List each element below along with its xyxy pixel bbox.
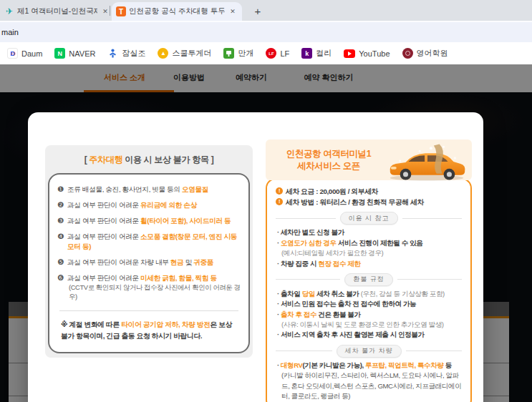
bookmark-label: 잠실조 <box>122 48 145 59</box>
close-icon[interactable]: ✕ <box>228 6 238 16</box>
page-content: 서비스 소개 이용방법 예약하기 예약 확인하기 [ 주차대행 이용 시 보상 … <box>0 64 532 402</box>
carwash-notice-modal: [ 주차대행 이용 시 보상 불가 항목 ] ❶ 조류 배설물, 송진, 황사먼… <box>28 112 483 402</box>
circled-number-icon: ❺ <box>57 258 64 268</box>
bookmark-label: Daum <box>21 49 42 58</box>
notice-subline: (예시:디테일링 세차가 필요한 경우) <box>276 248 462 258</box>
bookmark-label: 만개 <box>238 48 253 59</box>
list-item: ❸ 과실 여부 판단이 어려운 휠(타이어 포함), 사이드미러 등 <box>57 216 241 226</box>
bookmark-label: NAVER <box>69 49 95 58</box>
bookmark-label: 스쿨투게더 <box>172 48 211 59</box>
notice-subline: (카니발 하이리무진, 스타리아, 렉서스LM, 도요타 시에나, 알파드, 혼… <box>276 371 462 401</box>
list-item: ❹ 과실 여부 판단이 어려운 소모품 결함(창문 모터, 엔진 시동 모터 등… <box>57 232 241 252</box>
notice-subline: (사유: 이동시 날씨 및 도로 환경으로 인한 추가오염 발생) <box>276 320 462 330</box>
list-item: ❷ 과실 여부 판단이 어려운 유리금에 의한 손상 <box>57 200 241 210</box>
tab-title: 인천공항 공식 주차대행 투두발 <box>129 6 225 16</box>
new-tab-button[interactable]: + <box>249 3 266 20</box>
no-compensation-list: ❶ 조류 배설물, 송진, 황사먼지, 빗물 등의 오염물질 ❷ 과실 여부 판… <box>48 173 250 353</box>
bookmark-naver[interactable]: N NAVER <box>54 48 95 59</box>
notice-line: 서비스 지역 출차 후 사진 촬영본 제출 시 인정불가 <box>276 330 462 340</box>
car-wash-illustration <box>385 141 469 184</box>
bookmark-jamsiljo[interactable]: 잠실조 <box>107 48 145 59</box>
notice-line: 출차 후 접수 건은 환불 불가 <box>276 310 462 320</box>
bookmarks-bar: D Daum N NAVER 잠실조 ▲ 스쿨투게더 만개 LF LF <box>0 42 532 64</box>
section-pill: 환불 규정 <box>344 273 393 286</box>
bookmark-mangae[interactable]: 만개 <box>223 48 253 59</box>
notice-line: 출차일 당일 세차 취소 불가 (우천, 강설 등 기상상황 포함) <box>276 289 462 299</box>
circled-number-icon: ❻ <box>57 273 64 283</box>
exclamation-icon: ! <box>276 198 283 205</box>
notice-line: 서비스 민원 접수는 출차 전 접수에 한하여 가능 <box>276 299 462 309</box>
bookmark-lf[interactable]: LF LF <box>266 48 289 59</box>
fee-line: ! 세차 요금 : 20,000원 / 외부세차 <box>276 186 462 197</box>
close-icon[interactable]: ✕ <box>100 6 110 16</box>
bookmark-youtube[interactable]: YouTube <box>344 49 390 58</box>
tab-terminal1[interactable]: ✈ 제1 여객터미널-인천국제공항 ✕ <box>4 2 110 21</box>
circled-number-icon: ❸ <box>57 216 64 226</box>
carwash-details-box: ! 세차 요금 : 20,000원 / 외부세차 ! 세차 방법 : 워터리스 … <box>266 178 472 402</box>
school-together-icon: ▲ <box>158 48 168 59</box>
kurly-icon: k <box>301 48 312 59</box>
bookmark-label: 영어학원 <box>417 48 448 59</box>
notice-line: 세차만 별도 신청 불가 <box>276 227 462 237</box>
circled-number-icon: ❹ <box>57 232 64 252</box>
youtube-icon <box>344 49 355 58</box>
bookmark-label: LF <box>280 49 289 58</box>
browser-window: ✈ 제1 여객터미널-인천국제공항 ✕ T 인천공항 공식 주차대행 투두발 ✕… <box>0 0 532 402</box>
airplane-icon: ✈ <box>4 6 14 16</box>
notice-line: 차량 집중 시 현장 접수 제한 <box>276 259 462 269</box>
daum-icon: D <box>7 48 18 59</box>
list-item: ❻ 과실 여부 판단이 어려운 미세한 긁힘, 함몰, 찍힘 등 <box>57 273 241 283</box>
list-item: ❶ 조류 배설물, 송진, 황사먼지, 빗물 등의 오염물질 <box>57 185 241 195</box>
no-compensation-panel: [ 주차대행 이용 시 보상 불가 항목 ] ❶ 조류 배설물, 송진, 황사먼… <box>45 145 253 358</box>
section-excluded-vehicles: 세차 불가 차량 <box>276 345 462 358</box>
bookmark-schooltogether[interactable]: ▲ 스쿨투게더 <box>158 48 211 59</box>
url-text: main <box>1 28 19 36</box>
divider <box>59 310 238 311</box>
bookmark-kurly[interactable]: k 컬리 <box>301 48 332 59</box>
no-compensation-title: [ 주차대행 이용 시 보상 불가 항목 ] <box>48 154 250 166</box>
circled-number-icon: ❷ <box>57 200 64 210</box>
carwash-banner: 인천공항 여객터미널1 세차서비스 오픈 <box>266 139 472 180</box>
url-bar[interactable]: main <box>0 22 532 42</box>
recipe-icon <box>223 48 234 59</box>
naver-icon: N <box>54 48 65 59</box>
no-compensation-column: [ 주차대행 이용 시 보상 불가 항목 ] ❶ 조류 배설물, 송진, 황사먼… <box>45 145 253 358</box>
bookmark-daum[interactable]: D Daum <box>7 48 42 59</box>
lf-icon: LF <box>266 48 276 59</box>
globe-icon <box>402 48 413 59</box>
list-item: ❺ 과실 여부 판단이 어려운 차량 내부 현금 및 귀중품 <box>57 258 241 268</box>
list-item-note: (CCTV로 확인되지 않거나 접수장 사진에서 확인이 어려운 경우) <box>69 283 241 302</box>
tab-valet-active[interactable]: T 인천공항 공식 주차대행 투두발 ✕ <box>112 2 242 21</box>
notice-line: 오염도가 심한 경우 서비스 진행이 제한될 수 있음 <box>276 238 462 248</box>
method-line: ! 세차 방법 : 워터리스 / 환경 친화적 무공해 세차 <box>276 197 462 207</box>
carwash-banner-title: 인천공항 여객터미널1 세차서비스 오픈 <box>273 148 385 172</box>
person-icon <box>107 48 118 59</box>
bookmark-label: YouTube <box>359 49 390 58</box>
bookmark-label: 컬리 <box>316 48 332 59</box>
carwash-column: 인천공항 여객터미널1 세차서비스 오픈 <box>266 139 472 402</box>
section-pill: 세차 불가 차량 <box>337 345 402 358</box>
section-pill: 이용 시 참고 <box>340 212 398 225</box>
seasonal-note: ※ 계절 변화에 따른 타이어 공기압 저하, 차량 방전은 보상 불가 항목이… <box>57 319 241 343</box>
notice-line: 대형RV(기본 카니발은 가능), 루프탑, 픽업트럭, 특수차량 등 <box>276 361 462 371</box>
tab-strip: ✈ 제1 여객터미널-인천국제공항 ✕ T 인천공항 공식 주차대행 투두발 ✕… <box>0 0 532 21</box>
tab-title: 제1 여객터미널-인천국제공항 <box>17 6 97 16</box>
section-usage-notes: 이용 시 참고 <box>276 212 462 225</box>
circled-number-icon: ❶ <box>57 185 64 195</box>
bookmark-english-academy[interactable]: 영어학원 <box>402 48 448 59</box>
section-refund-policy: 환불 규정 <box>276 273 462 286</box>
exclamation-icon: ! <box>276 187 283 195</box>
tab-separator <box>110 6 110 16</box>
valet-site-favicon: T <box>116 6 126 16</box>
